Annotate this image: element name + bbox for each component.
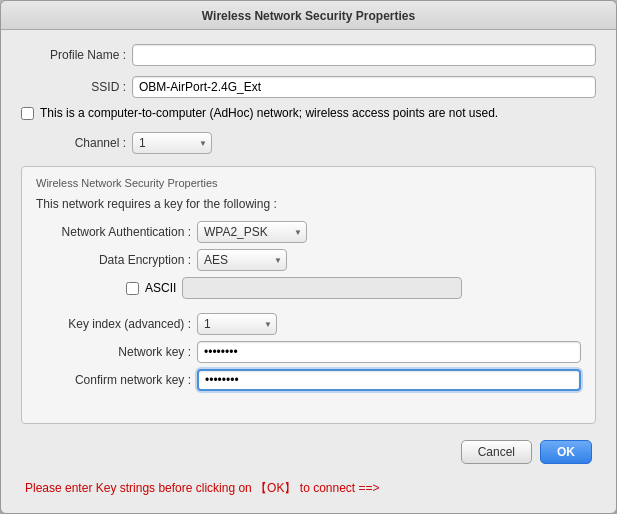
profile-name-input[interactable] [132,44,596,66]
adhoc-label: This is a computer-to-computer (AdHoc) n… [40,106,498,120]
security-section: Wireless Network Security Properties Thi… [21,166,596,424]
window-title: Wireless Network Security Properties [202,9,415,23]
auth-label: Network Authentication : [36,225,191,239]
ascii-checkbox[interactable] [126,282,139,295]
profile-name-row: Profile Name : [21,44,596,66]
enc-select-wrapper: AES TKIP [197,249,287,271]
confirm-key-row: Confirm network key : [36,369,581,391]
button-row: Cancel OK [21,432,596,468]
auth-select-wrapper: WPA2_PSK WPA_PSK WEP Open [197,221,307,243]
main-window: Wireless Network Security Properties Pro… [0,0,617,514]
adhoc-row: This is a computer-to-computer (AdHoc) n… [21,106,596,120]
titlebar: Wireless Network Security Properties [1,1,616,30]
confirm-key-label: Confirm network key : [36,373,191,387]
network-key-input[interactable] [197,341,581,363]
auth-row: Network Authentication : WPA2_PSK WPA_PS… [36,221,581,243]
key-index-label: Key index (advanced) : [36,317,191,331]
ascii-label: ASCII [145,281,176,295]
ssid-label: SSID : [21,80,126,94]
ssid-row: SSID : [21,76,596,98]
security-section-title: Wireless Network Security Properties [36,177,581,189]
ascii-input[interactable] [182,277,462,299]
ssid-input[interactable] [132,76,596,98]
content-area: Profile Name : SSID : This is a computer… [1,30,616,513]
enc-label: Data Encryption : [36,253,191,267]
channel-select[interactable]: 1234 5678 91011 [132,132,212,154]
enc-row: Data Encryption : AES TKIP [36,249,581,271]
network-key-row: Network key : [36,341,581,363]
channel-row: Channel : 1234 5678 91011 [21,132,596,154]
ascii-row: ASCII [126,277,581,299]
warning-text: Please enter Key strings before clicking… [21,476,596,503]
confirm-key-input[interactable] [197,369,581,391]
cancel-button[interactable]: Cancel [461,440,532,464]
key-index-select-wrapper: 1234 [197,313,277,335]
channel-label: Channel : [21,136,126,150]
ok-button[interactable]: OK [540,440,592,464]
key-index-row: Key index (advanced) : 1234 [36,313,581,335]
network-key-label: Network key : [36,345,191,359]
security-section-desc: This network requires a key for the foll… [36,197,581,211]
channel-select-wrapper: 1234 5678 91011 [132,132,212,154]
adhoc-checkbox[interactable] [21,107,34,120]
profile-name-label: Profile Name : [21,48,126,62]
auth-select[interactable]: WPA2_PSK WPA_PSK WEP Open [197,221,307,243]
key-index-select[interactable]: 1234 [197,313,277,335]
enc-select[interactable]: AES TKIP [197,249,287,271]
